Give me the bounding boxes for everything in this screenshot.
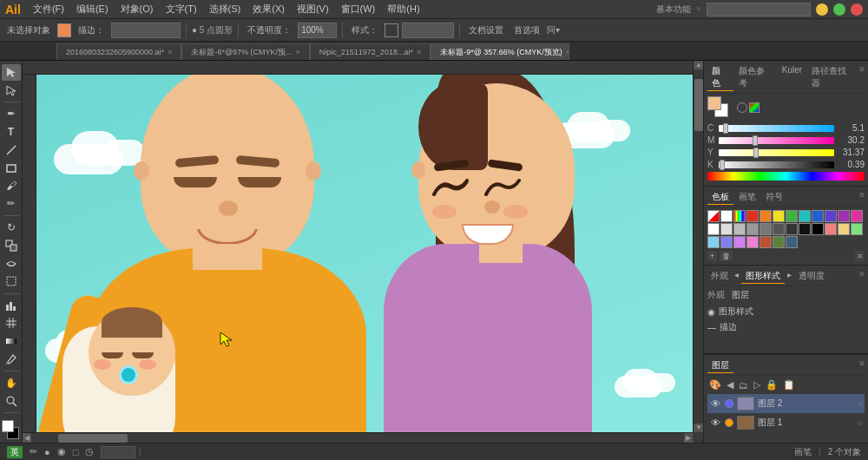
appearance-row-2[interactable]: — 描边 [707,319,865,335]
swatch-magenta[interactable] [851,210,863,222]
tab-kuler[interactable]: Kuler [778,64,806,91]
color-fill-btn[interactable] [749,102,760,113]
opacity-input[interactable] [298,23,337,38]
tab-symbols[interactable]: 符号 [761,190,787,205]
tab-3[interactable]: 未标题-9*@ 357.66% (CMYK/预览) × [431,43,569,60]
tool-gradient[interactable] [2,333,21,350]
status-icon-1[interactable]: ✏ [30,446,37,457]
tool-free-transform[interactable] [2,273,21,290]
tool-type[interactable]: T [2,124,21,141]
tab-graphic-styles[interactable]: 图形样式 [741,269,785,284]
menu-file[interactable]: 文件(F) [28,1,69,17]
vertical-scroll-thumb[interactable] [694,79,703,131]
slider-track-y[interactable] [719,149,834,156]
swatch-g2[interactable] [733,223,746,235]
swatch-delete-btn[interactable]: 🗑 [720,251,733,261]
tab-2-close[interactable]: × [417,48,421,56]
layers-panel-options[interactable]: ≡ [859,358,865,373]
menu-object[interactable]: 对象(O) [115,1,159,17]
swatch-c3[interactable] [851,223,863,235]
close-button[interactable] [851,3,863,16]
status-icon-4[interactable]: □ [73,447,79,457]
swatch-green[interactable] [786,210,798,222]
tool-selection[interactable] [2,64,21,81]
swatch-g5[interactable] [773,223,785,235]
fx-expand-left[interactable]: ◂ [733,269,740,284]
swatch-c9[interactable] [773,236,785,248]
swatch-g6[interactable] [786,223,798,235]
zoom-input[interactable] [101,446,135,458]
swatch-new-btn[interactable]: + [707,251,717,261]
slider-thumb-c[interactable] [723,123,728,134]
minimize-button[interactable] [816,3,828,16]
slider-thumb-k[interactable] [720,160,725,170]
tab-3-close[interactable]: × [566,48,569,56]
swatch-red[interactable] [746,210,759,222]
swatch-spectrum[interactable] [733,210,746,222]
swatch-c10[interactable] [786,236,798,248]
swatch-c1[interactable] [825,223,837,235]
layer-row-2[interactable]: 👁 图层 2 ○ [707,394,865,413]
scroll-right-btn[interactable]: ▶ [684,433,693,443]
swatch-c2[interactable] [838,223,850,235]
swatch-yellow[interactable] [773,210,785,222]
slider-track-m[interactable] [719,137,834,144]
extra-btn[interactable]: 阿▾ [547,24,560,36]
layers-icon-2[interactable]: ◀ [725,378,735,391]
style-input[interactable] [402,23,454,38]
status-icon-3[interactable]: ◉ [57,446,66,457]
tool-mesh[interactable] [2,315,21,332]
tab-color[interactable]: 颜色 [707,64,733,91]
tab-layers[interactable]: 图层 [707,358,733,373]
tool-rotate[interactable]: ↻ [2,220,21,236]
menu-help[interactable]: 帮助(H) [382,1,424,17]
foreground-color-box[interactable] [2,420,14,432]
layer-1-eye[interactable]: 👁 [709,417,721,429]
tab-color-ref[interactable]: 颜色参考 [734,64,777,91]
scroll-left-btn[interactable]: ◀ [23,433,31,443]
stroke-input[interactable] [111,23,181,38]
swatch-g7[interactable] [799,223,811,235]
status-icon-2[interactable]: ● [44,447,50,457]
tab-fx-left[interactable]: 外观 [707,269,732,284]
first-select-btn[interactable]: 首选项 [510,23,543,38]
tab-0-close[interactable]: × [168,48,172,56]
swatch-black[interactable] [812,223,824,235]
tab-1-close[interactable]: × [296,48,300,56]
tool-line[interactable] [2,141,21,158]
swatch-c8[interactable] [760,236,772,248]
menu-window[interactable]: 窗口(W) [336,1,381,17]
color-none-btn[interactable] [737,102,747,113]
tool-scale[interactable] [2,238,21,254]
horizontal-scroll-thumb[interactable] [58,434,128,443]
swatch-c7[interactable] [746,236,759,248]
layer-row-1[interactable]: 👁 图层 1 ○ [707,413,865,432]
layers-icon-6[interactable]: 📋 [781,378,797,391]
layer-1-lock[interactable]: ○ [858,418,863,428]
swatch-c5[interactable] [720,236,733,248]
layers-icon-3[interactable]: 🗂 [737,379,750,391]
tab-0[interactable]: 20160803232605900000.ai* × [56,43,181,60]
tool-direct-selection[interactable] [2,82,21,99]
swatch-c4[interactable] [707,236,720,248]
swatch-panel-options[interactable]: ≡ [859,190,865,205]
swatch-orange[interactable] [760,210,772,222]
swatch-white[interactable] [720,210,733,222]
layers-icon-1[interactable]: 🎨 [707,378,723,391]
swatch-menu-btn[interactable]: ≡ [855,251,865,261]
panel-options-btn[interactable]: ≡ [859,64,865,91]
stroke-color-box[interactable] [57,23,71,37]
scroll-down-btn[interactable]: ▼ [694,424,703,432]
slider-thumb-m[interactable] [753,135,758,146]
tool-pen[interactable]: ✒ [2,106,21,122]
horizontal-scrollbar[interactable]: ◀ ▶ [23,432,693,443]
swatch-none[interactable] [707,210,720,222]
tool-pencil[interactable]: ✏ [2,195,21,212]
canvas-background[interactable]: /* ruler ticks */ [23,61,703,443]
fg-color-swatch[interactable] [707,96,721,110]
tool-rect[interactable] [2,160,21,176]
swatch-indigo[interactable] [825,210,837,222]
spectrum-bar[interactable] [707,172,865,181]
swatch-purple[interactable] [838,210,850,222]
menu-view[interactable]: 视图(V) [292,1,334,17]
